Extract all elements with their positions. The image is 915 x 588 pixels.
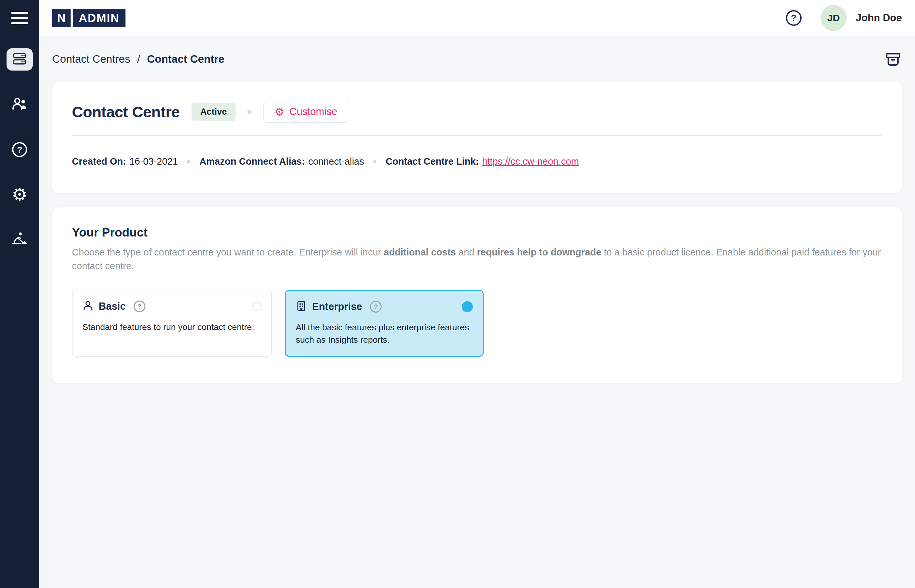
logo-admin: ADMIN <box>73 9 126 27</box>
dot-separator <box>187 160 190 163</box>
divider <box>72 135 882 136</box>
option-head: Basic ? <box>82 300 262 313</box>
meta-label: Created On: <box>72 156 126 166</box>
settings-gear-icon: ⚙ <box>12 186 27 204</box>
breadcrumb-parent-link[interactable]: Contact Centres <box>52 53 130 65</box>
header-help-icon[interactable]: ? <box>786 10 802 26</box>
radio-basic-unselected[interactable] <box>252 302 262 311</box>
product-options: Basic ? Standard features to run your co… <box>72 290 882 357</box>
sidebar-nav: ? ⚙ <box>0 26 39 251</box>
meta-value: 16-03-2021 <box>129 156 178 166</box>
meta-label: Amazon Connect Alias: <box>199 156 305 166</box>
help-circle-icon[interactable]: ? <box>134 300 145 312</box>
archive-icon[interactable] <box>884 50 902 68</box>
users-icon <box>12 96 27 113</box>
dot-separator <box>247 110 252 114</box>
status-badge: Active <box>191 103 236 121</box>
option-description: All the basic features plus enterprise f… <box>296 321 473 346</box>
sidebar: ? ⚙ <box>0 0 39 588</box>
option-name: Enterprise <box>312 301 362 313</box>
customise-button[interactable]: ⚙ Customise <box>264 101 348 123</box>
option-description: Standard features to run your contact ce… <box>82 321 262 334</box>
breadcrumb-separator: / <box>137 53 140 65</box>
page-title: Contact Centre <box>72 103 180 121</box>
help-circle-icon: ? <box>12 142 27 157</box>
user-name: John Doe <box>856 12 902 24</box>
server-stack-icon <box>12 51 27 68</box>
desc-part: and <box>456 247 477 257</box>
meta-row: Created On:16-03-2021 Amazon Connect Ali… <box>72 156 882 167</box>
person-icon <box>82 300 94 313</box>
customise-label: Customise <box>289 106 337 118</box>
dot-separator <box>373 160 377 163</box>
desc-part: Choose the type of contact centre you wa… <box>72 247 384 257</box>
content-area: Contact Centres / Contact Centre Contact… <box>39 36 915 588</box>
sidebar-item-settings[interactable]: ⚙ <box>6 184 33 206</box>
meta-contact-centre-link: Contact Centre Link:https://cc.cw-neon.c… <box>386 156 579 167</box>
sidebar-item-maintenance[interactable] <box>6 229 33 251</box>
option-name: Basic <box>99 300 126 312</box>
contact-centre-link[interactable]: https://cc.cw-neon.com <box>482 156 579 166</box>
main-column: N ADMIN ? JD John Doe Contact Centres / … <box>39 0 915 588</box>
breadcrumb-row: Contact Centres / Contact Centre <box>52 50 902 68</box>
your-product-card: Your Product Choose the type of contact … <box>52 207 902 383</box>
contact-centre-overview-card: Contact Centre Active ⚙ Customise Create… <box>52 82 902 193</box>
logo-n: N <box>52 9 71 27</box>
breadcrumb-current: Contact Centre <box>147 53 225 65</box>
meta-value: connect-alias <box>308 156 364 166</box>
title-row: Contact Centre Active ⚙ Customise <box>72 101 882 123</box>
product-description: Choose the type of contact centre you wa… <box>72 246 882 273</box>
sidebar-item-users[interactable] <box>6 94 33 116</box>
construction-worker-icon <box>12 231 27 248</box>
radio-enterprise-selected[interactable] <box>462 301 473 312</box>
help-circle-icon[interactable]: ? <box>370 301 382 313</box>
avatar[interactable]: JD <box>821 5 847 31</box>
gear-icon: ⚙ <box>275 107 284 117</box>
top-header: N ADMIN ? JD John Doe <box>39 0 915 36</box>
section-title: Your Product <box>72 226 882 239</box>
option-head: Enterprise ? <box>296 300 473 313</box>
product-option-basic[interactable]: Basic ? Standard features to run your co… <box>72 290 272 357</box>
menu-icon[interactable] <box>11 10 28 26</box>
product-option-enterprise[interactable]: Enterprise ? All the basic features plus… <box>285 290 483 357</box>
desc-part-bold: additional costs <box>384 247 456 257</box>
app-logo: N ADMIN <box>52 9 126 27</box>
meta-created-on: Created On:16-03-2021 <box>72 156 178 167</box>
sidebar-item-help[interactable]: ? <box>6 139 33 161</box>
breadcrumb: Contact Centres / Contact Centre <box>52 53 225 65</box>
meta-connect-alias: Amazon Connect Alias:connect-alias <box>199 156 364 167</box>
desc-part-bold: requires help to downgrade <box>477 247 601 257</box>
sidebar-item-contact-centres[interactable] <box>6 48 33 71</box>
building-icon <box>296 300 307 313</box>
meta-label: Contact Centre Link: <box>386 156 479 166</box>
header-right: ? JD John Doe <box>786 5 902 31</box>
